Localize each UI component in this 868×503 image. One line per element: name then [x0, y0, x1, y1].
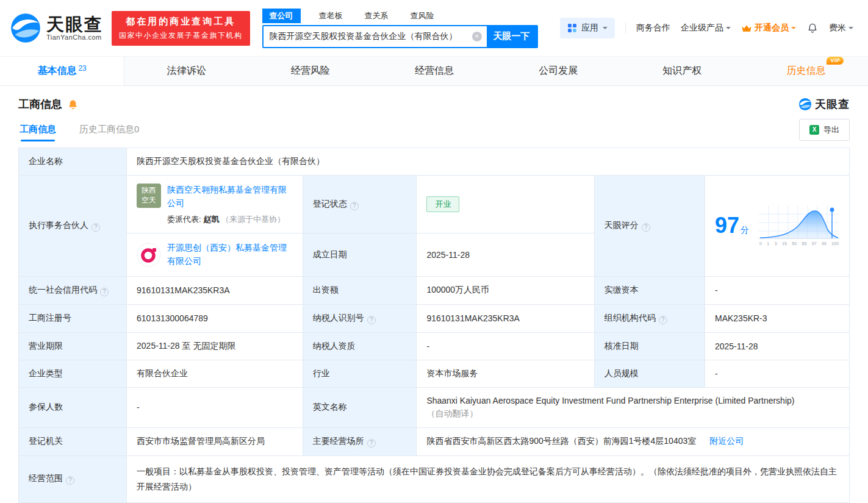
score-chart: 013 155085 9799100 — [759, 205, 839, 246]
table-row: 工商注册号 610131300064789 纳税人识别号 91610131MAK… — [19, 304, 850, 332]
clear-icon[interactable] — [472, 32, 482, 41]
watermark-logo: 天眼查 — [798, 97, 850, 112]
help-icon[interactable] — [91, 223, 100, 232]
tab-label: 公司发展 — [539, 65, 578, 77]
search-input[interactable] — [264, 26, 472, 47]
main-content: 工商信息 天眼查 工商信息 历史工商信息0 导出 — [0, 86, 868, 503]
staff-size-value: - — [705, 360, 849, 387]
table-row: 企业类型 有限合伙企业 行业 资本市场服务 人员规模 - — [19, 360, 850, 387]
help-icon[interactable] — [367, 439, 376, 448]
credit-code-value: 91610131MAK235KR3A — [127, 276, 303, 304]
enterprise-products-menu[interactable]: 企业级产品 — [681, 23, 731, 34]
chevron-down-icon — [791, 27, 796, 32]
brand-domain: TianYanCha.com — [46, 34, 103, 41]
help-icon[interactable] — [350, 202, 359, 210]
help-icon[interactable] — [66, 476, 74, 485]
tab-intellectual-property[interactable]: 知识产权 — [620, 57, 744, 85]
brand-text: 天眼查 TianYanCha.com — [46, 15, 103, 41]
top-right-nav: 应用 商务合作 企业级产品 开通会员 费米 — [560, 18, 853, 38]
partner-company-link[interactable]: 开源思创（西安）私募基金管理有限公司 — [167, 241, 293, 268]
taxpayer-quality-value: - — [417, 332, 594, 360]
tianyancha-logo-icon — [798, 98, 812, 111]
section-header: 工商信息 天眼查 — [18, 86, 850, 114]
address-text: 陕西省西安市高新区西太路900号丝路（西安）前海园1号楼4层10403室 — [426, 436, 696, 446]
registration-authority-value: 西安市市场监督管理局高新区分局 — [127, 427, 303, 455]
tab-company-development[interactable]: 公司发展 — [497, 57, 620, 85]
export-button[interactable]: 导出 — [799, 119, 850, 141]
industry-value: 资本市场服务 — [417, 360, 594, 387]
insured-count-label: 参保人数 — [19, 387, 127, 427]
apps-menu-button[interactable]: 应用 — [560, 18, 615, 38]
help-icon[interactable] — [659, 316, 667, 324]
taxpayer-quality-label: 纳税人资质 — [303, 332, 417, 360]
label-text: 天眼评分 — [604, 220, 639, 230]
subscribe-bell-icon[interactable] — [67, 99, 79, 110]
notification-bell-icon[interactable] — [806, 22, 819, 34]
subtab-business-info[interactable]: 工商信息 — [18, 116, 57, 143]
capital-label: 出资额 — [303, 276, 417, 304]
nearby-companies-link[interactable]: 附近公司 — [709, 436, 744, 446]
company-name-label: 企业名称 — [19, 148, 127, 176]
representative-name-link[interactable]: 赵凯 — [203, 215, 219, 224]
industry-label: 行业 — [303, 360, 417, 387]
business-address-label: 主要经营场所 — [303, 427, 417, 455]
brand-name: 天眼查 — [46, 15, 103, 34]
help-icon[interactable] — [367, 316, 376, 324]
table-row: 参保人数 - 英文名称 Shaanxi Kaiyuan Aerospace Eq… — [19, 387, 850, 427]
tab-basic-info[interactable]: 基本信息 23 — [0, 57, 124, 85]
partner-company-link[interactable]: 陕西空天翱翔私募基金管理有限公司 — [167, 185, 287, 208]
brand-logo[interactable]: 天眼查 TianYanCha.com — [10, 12, 103, 44]
registration-status-label: 登记状态 — [303, 176, 417, 234]
search-tab-relation[interactable]: 查关系 — [361, 9, 392, 23]
established-date-value: 2025-11-28 — [417, 234, 594, 276]
tab-history-info[interactable]: 历史信息 VIP — [744, 57, 868, 85]
help-icon[interactable] — [642, 223, 650, 232]
paid-capital-label: 实缴资本 — [594, 276, 705, 304]
label-text: 统一社会信用代码 — [29, 285, 97, 294]
header: 天眼查 TianYanCha.com 都在用的商业查询工具 国家中小企业发展子基… — [0, 0, 868, 56]
chevron-down-icon — [848, 27, 853, 32]
search-tab-boss[interactable]: 查老板 — [315, 9, 346, 23]
open-vip-menu[interactable]: 开通会员 — [741, 23, 796, 34]
business-scope-value: 一般项目：以私募基金从事股权投资、投资管理、资产管理等活动（须在中国证券投资基金… — [127, 455, 850, 502]
approval-date-label: 核准日期 — [594, 332, 705, 360]
help-icon[interactable] — [100, 288, 109, 296]
user-name: 费米 — [829, 23, 846, 34]
org-code-value: MAK235KR-3 — [705, 304, 849, 332]
label-text: 组织机构代码 — [604, 313, 656, 323]
search-box: 天眼一下 — [262, 25, 538, 48]
table-row: 企业名称 陕西开源空天股权投资基金合伙企业（有限合伙） — [19, 148, 850, 176]
tab-label: 历史信息 VIP — [786, 65, 825, 77]
approval-date-value: 2025-11-28 — [705, 332, 849, 360]
tab-business-info[interactable]: 经营信息 — [372, 57, 496, 85]
business-cooperation-link[interactable]: 商务合作 — [636, 23, 670, 34]
tab-label: 知识产权 — [662, 65, 701, 77]
tianyan-score-value: 97分 — [705, 176, 849, 277]
label-text: 主要经营场所 — [313, 436, 364, 446]
divider — [625, 23, 626, 34]
business-address-value: 陕西省西安市高新区西太路900号丝路（西安）前海园1号楼4层10403室 附近公… — [417, 427, 850, 455]
user-menu[interactable]: 费米 — [829, 23, 853, 34]
representative-source: （来源于中基协） — [221, 215, 285, 224]
section-title: 工商信息 — [18, 97, 62, 112]
search-area: 查公司 查老板 查关系 查风险 天眼一下 — [262, 9, 538, 48]
executive-partner-2-cell: 开源思创（西安）私募基金管理有限公司 — [127, 234, 303, 276]
tab-operation-risk[interactable]: 经营风险 — [248, 57, 372, 85]
registration-authority-label: 登记机关 — [19, 427, 127, 455]
score-number: 97分 — [715, 213, 749, 238]
partner-detail: 陕西空天翱翔私募基金管理有限公司 委派代表: 赵凯 （来源于中基协） — [167, 184, 293, 225]
tab-label: 法律诉讼 — [167, 65, 206, 77]
subtab-history-business-info[interactable]: 历史工商信息0 — [78, 116, 140, 143]
tab-legal-lawsuits[interactable]: 法律诉讼 — [124, 57, 248, 85]
banner-line1: 都在用的商业查询工具 — [119, 16, 243, 27]
search-button[interactable]: 天眼一下 — [487, 26, 537, 47]
paid-capital-value: - — [705, 276, 849, 304]
search-tab-risk[interactable]: 查风险 — [407, 9, 438, 23]
table-row: 经营范围 一般项目：以私募基金从事股权投资、投资管理、资产管理等活动（须在中国证… — [19, 455, 850, 502]
label-text: 经营范围 — [29, 473, 63, 483]
registration-number-value: 610131300064789 — [127, 304, 303, 332]
registration-status-value: 开业 — [417, 176, 594, 234]
partner-item: 开源思创（西安）私募基金管理有限公司 — [137, 241, 293, 268]
tab-label: 经营风险 — [291, 65, 330, 77]
search-tab-company[interactable]: 查公司 — [262, 9, 301, 23]
